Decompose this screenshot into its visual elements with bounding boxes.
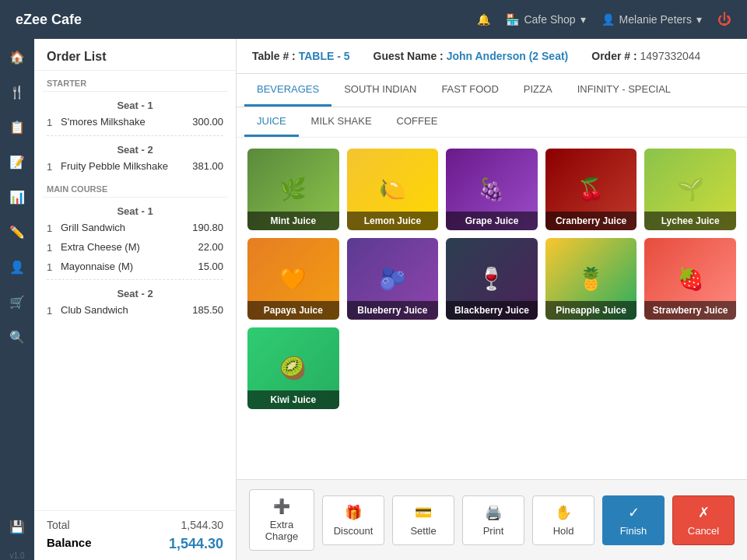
tab-pizza[interactable]: PIZZA (511, 74, 565, 107)
discount-icon: 🎁 (345, 504, 362, 521)
sidebar-cart-icon[interactable]: 🛒 (6, 292, 28, 313)
extra-charge-icon: ➕ (273, 498, 290, 515)
sidebar-dining-icon[interactable]: 🍴 (6, 82, 28, 103)
table-row: 1 Club Sandwich 185.50 (42, 301, 228, 320)
tab-south-indian[interactable]: SOUTH INDIAN (331, 74, 429, 107)
print-label: Print (483, 525, 504, 537)
balance-value: 1,544.30 (169, 536, 223, 552)
tab-beverages[interactable]: BEVERAGES (244, 74, 331, 107)
discount-button[interactable]: 🎁 Discount (322, 495, 384, 545)
settle-button[interactable]: 💳 Settle (392, 495, 454, 545)
topnav-right: 🔔 🏪 Cafe Shop ▾ 👤 Melanie Peters ▾ ⏻ (477, 12, 731, 28)
menu-item-kiwi-juice[interactable]: 🥝 Kiwi Juice (247, 327, 339, 409)
item-price: 381.00 (192, 160, 223, 172)
user-icon: 👤 (601, 13, 615, 26)
settle-icon: 💳 (415, 504, 432, 521)
starter-seat1-label: Seat - 1 (42, 95, 228, 113)
menu-item-cranberry-juice[interactable]: 🍒 Cranberry Juice (545, 149, 637, 230)
table-row: 1 Grill Sandwich 190.80 (42, 219, 228, 238)
print-button[interactable]: 🖨️ Print (462, 495, 524, 545)
sidebar-reports-icon[interactable]: 📊 (6, 187, 28, 208)
extra-charge-button[interactable]: ➕ Extra Charge (249, 489, 314, 551)
tab-infinity-special[interactable]: INFINITY - SPECIAL (565, 74, 683, 107)
grape-juice-label: Grape Juice (446, 212, 538, 230)
shop-chevron-icon: ▾ (580, 13, 586, 26)
order-panel: Order List STARTER Seat - 1 1 S'mores Mi… (34, 39, 237, 560)
hold-icon: ✋ (555, 504, 572, 521)
menu-item-grape-juice[interactable]: 🍇 Grape Juice (446, 149, 538, 230)
menu-item-papaya-juice[interactable]: 🧡 Papaya Juice (247, 238, 339, 320)
menu-grid-wrapper: 🌿 Mint Juice 🍋 Lemon Juice 🍇 Grape Juice… (237, 138, 747, 479)
print-icon: 🖨️ (485, 504, 502, 521)
notification-icon: 🔔 (477, 13, 490, 26)
menu-item-blueberry-juice[interactable]: 🫐 Blueberry Juice (347, 238, 439, 320)
finish-button[interactable]: ✓ Finish (602, 495, 665, 545)
main-course-section-label: MAIN COURSE (42, 177, 228, 198)
mint-juice-label: Mint Juice (247, 212, 339, 230)
subtab-juice[interactable]: JUICE (244, 107, 299, 137)
menu-item-pineapple-juice[interactable]: 🍍 Pineapple Juice (545, 238, 637, 320)
sidebar-icons: 🏠 🍴 📋 📝 📊 ✏️ 👤 🛒 🔍 💾 v1.0 (0, 39, 34, 560)
sidebar-orders-icon[interactable]: 📋 (6, 117, 28, 138)
category-tabs: BEVERAGES SOUTH INDIAN FAST FOOD PIZZA I… (237, 74, 747, 107)
version-label: v1.0 (10, 551, 25, 560)
lychee-juice-label: Lychee Juice (644, 212, 736, 230)
starter-seat2-label: Seat - 2 (42, 139, 228, 157)
cranberry-juice-label: Cranberry Juice (545, 212, 637, 230)
item-price: 15.00 (198, 261, 223, 272)
sidebar-users-icon[interactable]: 👤 (6, 257, 28, 278)
order-panel-footer: Total 1,544.30 Balance 1,544.30 (34, 510, 236, 560)
item-name: Mayonnaise (M) (61, 261, 191, 274)
menu-grid: 🌿 Mint Juice 🍋 Lemon Juice 🍇 Grape Juice… (247, 149, 736, 409)
sub-tabs: JUICE MILK SHAKE COFFEE (237, 107, 747, 138)
item-name: Grill Sandwich (61, 222, 186, 235)
hold-button[interactable]: ✋ Hold (532, 495, 594, 545)
sidebar-search-icon[interactable]: 🔍 (6, 327, 28, 348)
settle-label: Settle (410, 525, 436, 537)
item-qty: 1 (47, 117, 61, 128)
order-number: Order # : 1497332044 (591, 50, 700, 62)
main-seat1-label: Seat - 1 (42, 201, 228, 219)
item-name: Extra Cheese (M) (61, 241, 191, 254)
menu-item-blackberry-juice[interactable]: 🍷 Blackberry Juice (446, 238, 538, 320)
app-title: eZee Cafe (16, 12, 82, 28)
item-name: Club Sandwich (61, 304, 186, 317)
sidebar-notes-icon[interactable]: 📝 (6, 152, 28, 173)
notification-button[interactable]: 🔔 (477, 13, 490, 26)
blackberry-juice-label: Blackberry Juice (446, 301, 538, 320)
hold-label: Hold (553, 525, 574, 537)
sidebar-save-icon[interactable]: 💾 (6, 516, 28, 537)
order-list-body: STARTER Seat - 1 1 S'mores Milkshake 300… (34, 71, 236, 510)
action-bar: ➕ Extra Charge 🎁 Discount 💳 Settle 🖨️ Pr… (237, 479, 747, 560)
papaya-juice-label: Papaya Juice (247, 301, 339, 320)
menu-item-lychee-juice[interactable]: 🌱 Lychee Juice (644, 149, 736, 230)
item-price: 22.00 (198, 241, 223, 253)
subtab-coffee[interactable]: COFFEE (384, 107, 451, 137)
sidebar-home-icon[interactable]: 🏠 (6, 47, 28, 68)
cancel-button[interactable]: ✗ Cancel (672, 495, 735, 545)
menu-item-mint-juice[interactable]: 🌿 Mint Juice (247, 149, 339, 230)
table-number: Table # : TABLE - 5 (252, 50, 350, 62)
finish-icon: ✓ (628, 504, 640, 521)
total-label: Total (47, 519, 70, 531)
user-chevron-icon: ▾ (696, 13, 702, 26)
table-row: 1 S'mores Milkshake 300.00 (42, 113, 228, 132)
subtab-milk-shake[interactable]: MILK SHAKE (299, 107, 384, 137)
table-row: 1 Extra Cheese (M) 22.00 (42, 238, 228, 257)
sidebar-edit-icon[interactable]: ✏️ (6, 222, 28, 243)
shop-selector[interactable]: 🏪 Cafe Shop ▾ (506, 13, 585, 26)
item-qty: 1 (47, 261, 61, 273)
menu-item-lemon-juice[interactable]: 🍋 Lemon Juice (347, 149, 439, 230)
top-navigation: eZee Cafe 🔔 🏪 Cafe Shop ▾ 👤 Melanie Pete… (0, 0, 747, 39)
power-button[interactable]: ⏻ (717, 12, 731, 28)
kiwi-juice-label: Kiwi Juice (247, 390, 339, 409)
user-menu[interactable]: 👤 Melanie Peters ▾ (601, 13, 702, 26)
table-row: 1 Mayonnaise (M) 15.00 (42, 257, 228, 277)
guest-name: Guest Name : John Anderson (2 Seat) (374, 50, 569, 62)
main-seat2-label: Seat - 2 (42, 283, 228, 301)
total-row: Total 1,544.30 (47, 519, 223, 531)
menu-item-strawberry-juice[interactable]: 🍓 Strawberry Juice (644, 238, 736, 320)
tab-fast-food[interactable]: FAST FOOD (429, 74, 510, 107)
lemon-juice-label: Lemon Juice (347, 212, 439, 230)
item-price: 190.80 (192, 222, 223, 233)
